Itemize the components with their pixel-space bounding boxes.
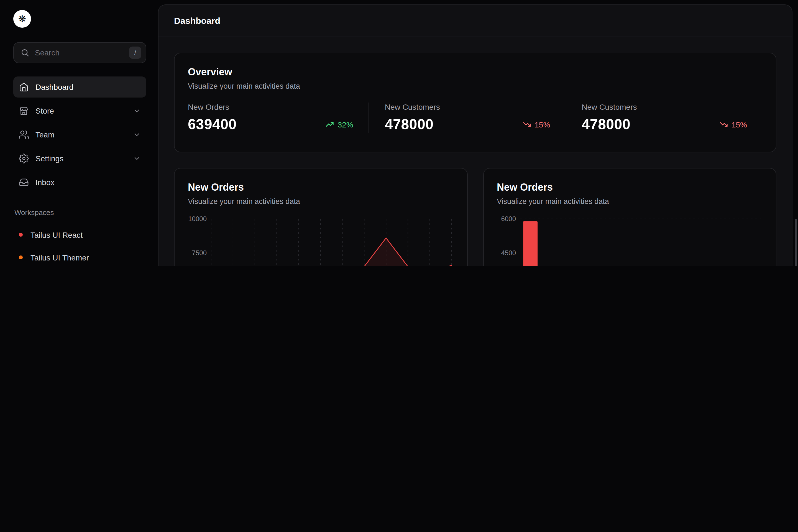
stat-label: New Customers [582,102,747,111]
sidebar-item-store[interactable]: Store [13,100,146,121]
page-header: Dashboard [158,5,792,37]
chart-subtitle: Visualize your main activities data [188,197,454,206]
sidebar-item-label: Store [36,107,54,115]
stat-new-customers-1: New Customers 478000 15% [369,102,566,133]
new-orders-area-card: New Orders Visualize your main activitie… [174,168,468,266]
orders-primary-line [211,238,452,266]
new-orders-bar-card: New Orders Visualize your main activitie… [483,168,776,266]
flower-icon: ❋ [18,14,26,23]
stat-label: New Orders [188,102,353,111]
trend-down-icon [523,120,531,129]
y-axis-tick: 7500 [192,249,207,256]
stat-value: 478000 [385,116,434,133]
main-content: Overview Visualize your main activities … [158,37,792,266]
sidebar-item-label: Settings [36,154,63,163]
new-orders-area-chart: JanFebMarAprMayJunJulAugSepOctNovDec0250… [188,214,455,266]
orders-primary-area [211,238,452,266]
brand-logo[interactable]: ❋ [13,10,31,28]
trend-up-icon [326,120,335,129]
sidebar-item-dashboard[interactable]: Dashboard [13,76,146,97]
chart-title: New Orders [497,182,762,193]
charts-row-1: New Orders Visualize your main activitie… [174,168,776,266]
search-icon [20,48,30,57]
workspaces-list: Tailus UI React Tailus UI Themer Tailus … [13,223,146,266]
overview-title: Overview [188,66,762,78]
chevron-down-icon[interactable] [133,131,141,138]
stat-delta: 15% [720,120,747,129]
chevron-down-icon[interactable] [133,107,141,115]
main-panel: Dashboard Overview Visualize your main a… [158,4,793,266]
gear-icon [19,153,29,164]
sidebar: ❋ / Dashboard Store [0,0,158,266]
sidebar-nav: Dashboard Store Team [13,76,146,193]
stat-new-orders: New Orders 639400 32% [188,102,369,133]
sidebar-item-label: Dashboard [36,82,73,92]
page-title: Dashboard [174,16,220,26]
chevron-down-icon[interactable] [133,155,141,163]
sidebar-item-team[interactable]: Team [13,124,146,145]
users-icon [19,130,29,140]
app: ❋ / Dashboard Store [0,0,798,266]
stats-row: New Orders 639400 32% New C [188,102,762,133]
chart-subtitle: Visualize your main activities data [497,197,762,206]
sidebar-item-inbox[interactable]: Inbox [13,172,146,193]
sidebar-item-label: Team [36,130,54,139]
search-box[interactable]: / [13,42,146,63]
sidebar-item-label: Inbox [36,178,55,187]
inbox-icon [19,177,29,187]
y-axis-tick: 10000 [188,215,207,223]
workspaces-heading: Workspaces [13,208,146,217]
new-orders-bar-chart: 01500300045006000JanFebMarAprMayJunJulAu… [497,214,764,266]
workspace-label: Tailus UI React [31,230,82,239]
stat-delta: 32% [326,120,353,129]
workspace-dot [19,255,23,259]
search-input[interactable] [34,48,125,58]
stat-label: New Customers [385,102,550,111]
overview-card: Overview Visualize your main activities … [174,53,776,152]
search-shortcut-badge: / [129,46,141,59]
sidebar-item-settings[interactable]: Settings [13,148,146,169]
stat-value: 478000 [582,116,630,133]
workspace-item-tailus-ui-themer[interactable]: Tailus UI Themer [13,246,146,266]
trend-down-icon [720,120,728,129]
stat-new-customers-2: New Customers 478000 15% [566,102,762,133]
workspace-dot [19,233,23,236]
scrollbar-thumb[interactable] [795,219,797,266]
stat-delta: 15% [523,120,550,129]
workspace-item-tailus-ui-react[interactable]: Tailus UI React [13,223,146,246]
store-icon [19,106,29,116]
stat-value: 639400 [188,116,236,133]
chart-title: New Orders [188,182,454,193]
y-axis-tick: 6000 [501,215,516,223]
y-axis-tick: 4500 [501,249,516,256]
bar-Jan [523,221,537,266]
overview-subtitle: Visualize your main activities data [188,82,762,90]
workspace-label: Tailus UI Themer [31,253,89,262]
home-icon [19,82,29,92]
